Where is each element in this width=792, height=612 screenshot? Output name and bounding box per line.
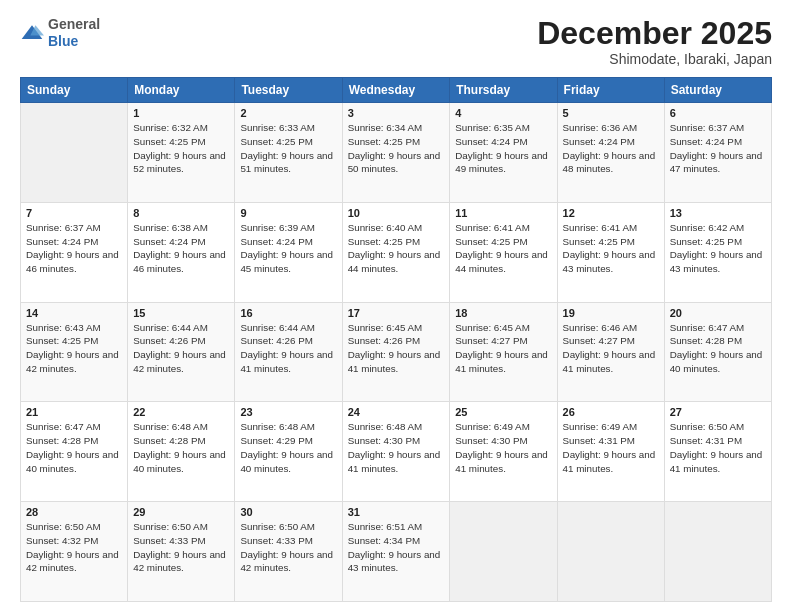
- logo-icon: [20, 23, 44, 43]
- calendar-header-monday: Monday: [128, 78, 235, 103]
- calendar-cell: 19Sunrise: 6:46 AMSunset: 4:27 PMDayligh…: [557, 302, 664, 402]
- day-number: 12: [563, 207, 659, 219]
- calendar-cell: 18Sunrise: 6:45 AMSunset: 4:27 PMDayligh…: [450, 302, 557, 402]
- day-number: 16: [240, 307, 336, 319]
- calendar-header-saturday: Saturday: [664, 78, 771, 103]
- day-info: Sunrise: 6:33 AMSunset: 4:25 PMDaylight:…: [240, 121, 336, 176]
- calendar-table: SundayMondayTuesdayWednesdayThursdayFrid…: [20, 77, 772, 602]
- calendar-title: December 2025: [537, 16, 772, 51]
- calendar-cell: 11Sunrise: 6:41 AMSunset: 4:25 PMDayligh…: [450, 202, 557, 302]
- calendar-cell: 22Sunrise: 6:48 AMSunset: 4:28 PMDayligh…: [128, 402, 235, 502]
- calendar-cell: 14Sunrise: 6:43 AMSunset: 4:25 PMDayligh…: [21, 302, 128, 402]
- day-info: Sunrise: 6:42 AMSunset: 4:25 PMDaylight:…: [670, 221, 766, 276]
- page: General Blue December 2025 Shimodate, Ib…: [0, 0, 792, 612]
- calendar-cell: [450, 502, 557, 602]
- day-number: 22: [133, 406, 229, 418]
- day-number: 9: [240, 207, 336, 219]
- calendar-cell: 1Sunrise: 6:32 AMSunset: 4:25 PMDaylight…: [128, 103, 235, 203]
- calendar-cell: 31Sunrise: 6:51 AMSunset: 4:34 PMDayligh…: [342, 502, 450, 602]
- calendar-cell: 4Sunrise: 6:35 AMSunset: 4:24 PMDaylight…: [450, 103, 557, 203]
- day-number: 3: [348, 107, 445, 119]
- calendar-cell: [664, 502, 771, 602]
- calendar-cell: 20Sunrise: 6:47 AMSunset: 4:28 PMDayligh…: [664, 302, 771, 402]
- day-info: Sunrise: 6:44 AMSunset: 4:26 PMDaylight:…: [240, 321, 336, 376]
- calendar-cell: 9Sunrise: 6:39 AMSunset: 4:24 PMDaylight…: [235, 202, 342, 302]
- day-info: Sunrise: 6:49 AMSunset: 4:31 PMDaylight:…: [563, 420, 659, 475]
- day-number: 24: [348, 406, 445, 418]
- calendar-cell: 6Sunrise: 6:37 AMSunset: 4:24 PMDaylight…: [664, 103, 771, 203]
- day-info: Sunrise: 6:47 AMSunset: 4:28 PMDaylight:…: [26, 420, 122, 475]
- day-info: Sunrise: 6:36 AMSunset: 4:24 PMDaylight:…: [563, 121, 659, 176]
- day-info: Sunrise: 6:45 AMSunset: 4:26 PMDaylight:…: [348, 321, 445, 376]
- calendar-cell: 2Sunrise: 6:33 AMSunset: 4:25 PMDaylight…: [235, 103, 342, 203]
- day-info: Sunrise: 6:38 AMSunset: 4:24 PMDaylight:…: [133, 221, 229, 276]
- day-number: 26: [563, 406, 659, 418]
- calendar-header-row: SundayMondayTuesdayWednesdayThursdayFrid…: [21, 78, 772, 103]
- day-number: 10: [348, 207, 445, 219]
- logo: General Blue: [20, 16, 100, 50]
- header: General Blue December 2025 Shimodate, Ib…: [20, 16, 772, 67]
- calendar-cell: 13Sunrise: 6:42 AMSunset: 4:25 PMDayligh…: [664, 202, 771, 302]
- calendar-header-wednesday: Wednesday: [342, 78, 450, 103]
- day-number: 25: [455, 406, 551, 418]
- calendar-cell: 12Sunrise: 6:41 AMSunset: 4:25 PMDayligh…: [557, 202, 664, 302]
- calendar-header-thursday: Thursday: [450, 78, 557, 103]
- calendar-header-friday: Friday: [557, 78, 664, 103]
- day-number: 11: [455, 207, 551, 219]
- day-number: 13: [670, 207, 766, 219]
- day-number: 2: [240, 107, 336, 119]
- day-info: Sunrise: 6:44 AMSunset: 4:26 PMDaylight:…: [133, 321, 229, 376]
- calendar-week-row: 7Sunrise: 6:37 AMSunset: 4:24 PMDaylight…: [21, 202, 772, 302]
- calendar-cell: 16Sunrise: 6:44 AMSunset: 4:26 PMDayligh…: [235, 302, 342, 402]
- day-number: 6: [670, 107, 766, 119]
- calendar-cell: 25Sunrise: 6:49 AMSunset: 4:30 PMDayligh…: [450, 402, 557, 502]
- day-info: Sunrise: 6:43 AMSunset: 4:25 PMDaylight:…: [26, 321, 122, 376]
- calendar-cell: 3Sunrise: 6:34 AMSunset: 4:25 PMDaylight…: [342, 103, 450, 203]
- day-info: Sunrise: 6:35 AMSunset: 4:24 PMDaylight:…: [455, 121, 551, 176]
- day-number: 30: [240, 506, 336, 518]
- day-number: 31: [348, 506, 445, 518]
- calendar-cell: 28Sunrise: 6:50 AMSunset: 4:32 PMDayligh…: [21, 502, 128, 602]
- day-info: Sunrise: 6:50 AMSunset: 4:33 PMDaylight:…: [240, 520, 336, 575]
- day-info: Sunrise: 6:48 AMSunset: 4:29 PMDaylight:…: [240, 420, 336, 475]
- day-info: Sunrise: 6:41 AMSunset: 4:25 PMDaylight:…: [563, 221, 659, 276]
- calendar-location: Shimodate, Ibaraki, Japan: [537, 51, 772, 67]
- day-info: Sunrise: 6:40 AMSunset: 4:25 PMDaylight:…: [348, 221, 445, 276]
- calendar-cell: 10Sunrise: 6:40 AMSunset: 4:25 PMDayligh…: [342, 202, 450, 302]
- logo-text: General Blue: [48, 16, 100, 50]
- calendar-cell: 15Sunrise: 6:44 AMSunset: 4:26 PMDayligh…: [128, 302, 235, 402]
- calendar-cell: 27Sunrise: 6:50 AMSunset: 4:31 PMDayligh…: [664, 402, 771, 502]
- day-info: Sunrise: 6:37 AMSunset: 4:24 PMDaylight:…: [670, 121, 766, 176]
- day-info: Sunrise: 6:41 AMSunset: 4:25 PMDaylight:…: [455, 221, 551, 276]
- logo-blue: Blue: [48, 33, 78, 49]
- day-info: Sunrise: 6:50 AMSunset: 4:32 PMDaylight:…: [26, 520, 122, 575]
- calendar-cell: 26Sunrise: 6:49 AMSunset: 4:31 PMDayligh…: [557, 402, 664, 502]
- day-info: Sunrise: 6:48 AMSunset: 4:30 PMDaylight:…: [348, 420, 445, 475]
- calendar-cell: 24Sunrise: 6:48 AMSunset: 4:30 PMDayligh…: [342, 402, 450, 502]
- calendar-week-row: 14Sunrise: 6:43 AMSunset: 4:25 PMDayligh…: [21, 302, 772, 402]
- day-number: 8: [133, 207, 229, 219]
- calendar-week-row: 1Sunrise: 6:32 AMSunset: 4:25 PMDaylight…: [21, 103, 772, 203]
- day-info: Sunrise: 6:49 AMSunset: 4:30 PMDaylight:…: [455, 420, 551, 475]
- calendar-cell: 29Sunrise: 6:50 AMSunset: 4:33 PMDayligh…: [128, 502, 235, 602]
- calendar-week-row: 28Sunrise: 6:50 AMSunset: 4:32 PMDayligh…: [21, 502, 772, 602]
- calendar-cell: 21Sunrise: 6:47 AMSunset: 4:28 PMDayligh…: [21, 402, 128, 502]
- title-block: December 2025 Shimodate, Ibaraki, Japan: [537, 16, 772, 67]
- day-number: 23: [240, 406, 336, 418]
- day-info: Sunrise: 6:45 AMSunset: 4:27 PMDaylight:…: [455, 321, 551, 376]
- calendar-cell: 30Sunrise: 6:50 AMSunset: 4:33 PMDayligh…: [235, 502, 342, 602]
- day-number: 7: [26, 207, 122, 219]
- day-number: 5: [563, 107, 659, 119]
- day-number: 21: [26, 406, 122, 418]
- day-info: Sunrise: 6:32 AMSunset: 4:25 PMDaylight:…: [133, 121, 229, 176]
- calendar-week-row: 21Sunrise: 6:47 AMSunset: 4:28 PMDayligh…: [21, 402, 772, 502]
- day-number: 18: [455, 307, 551, 319]
- calendar-cell: 17Sunrise: 6:45 AMSunset: 4:26 PMDayligh…: [342, 302, 450, 402]
- day-info: Sunrise: 6:50 AMSunset: 4:31 PMDaylight:…: [670, 420, 766, 475]
- calendar-header-tuesday: Tuesday: [235, 78, 342, 103]
- day-number: 4: [455, 107, 551, 119]
- day-info: Sunrise: 6:39 AMSunset: 4:24 PMDaylight:…: [240, 221, 336, 276]
- day-number: 15: [133, 307, 229, 319]
- logo-general: General: [48, 16, 100, 32]
- day-number: 20: [670, 307, 766, 319]
